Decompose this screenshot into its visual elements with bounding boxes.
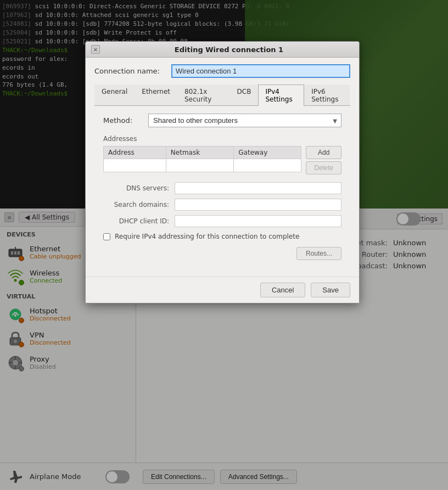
add-address-button[interactable]: Add [306,146,341,159]
col-netmask: Netmask [166,147,234,159]
require-ipv4-label[interactable]: Require IPv4 addressing for this connect… [115,233,299,240]
dhcp-client-id-row: DHCP client ID: [103,215,341,227]
method-label: Method: [103,116,142,125]
method-row: Method: Automatic (DHCP) Automatic (DHCP… [103,114,341,127]
search-domains-label: Search domains: [103,201,169,209]
col-gateway: Gateway [234,147,301,159]
connection-name-label: Connection name: [94,67,166,75]
method-select-wrapper: Automatic (DHCP) Automatic (DHCP) addres… [148,114,341,127]
addresses-area: Address Netmask Gateway [103,146,341,177]
address-row-1[interactable] [104,159,301,172]
addresses-table: Address Netmask Gateway [103,146,301,172]
addresses-table-wrapper: Address Netmask Gateway [103,146,301,177]
search-domains-input[interactable] [175,199,341,211]
search-domains-row: Search domains: [103,199,341,211]
dialog-footer: Cancel Save [86,277,359,303]
netmask-cell[interactable] [166,159,234,172]
dhcp-client-id-input[interactable] [175,215,341,227]
col-address: Address [104,147,166,159]
dns-servers-row: DNS servers: [103,182,341,194]
dns-servers-label: DNS servers: [103,184,169,192]
connection-name-input[interactable] [171,64,350,78]
tab-ethernet[interactable]: Ethernet [135,85,177,106]
tab-dcb[interactable]: DCB [230,85,259,106]
delete-address-button[interactable]: Delete [306,161,341,174]
dialog-titlebar: × Editing Wired connection 1 [86,42,359,58]
routes-button[interactable]: Routes... [296,247,341,260]
dialog-body: Connection name: General Ethernet 802.1x… [86,58,359,277]
dhcp-client-id-label: DHCP client ID: [103,217,169,225]
save-button[interactable]: Save [311,283,350,297]
connection-name-row: Connection name: [94,64,350,78]
require-ipv4-checkbox[interactable] [103,233,110,240]
tabs-row: General Ethernet 802.1x Security DCB IPv… [94,85,350,106]
require-ipv4-row: Require IPv4 addressing for this connect… [103,233,341,240]
tab-802-1x[interactable]: 802.1x Security [177,85,230,106]
ipv4-tab-content: Method: Automatic (DHCP) Automatic (DHCP… [94,106,350,270]
dialog-title: Editing Wired connection 1 [104,46,354,54]
tab-ipv4[interactable]: IPv4 Settings [258,85,304,106]
dns-servers-input[interactable] [175,182,341,194]
tab-general[interactable]: General [94,85,135,106]
tab-ipv6[interactable]: IPv6 Settings [304,85,350,106]
addresses-label: Addresses [103,135,341,143]
cancel-button[interactable]: Cancel [260,283,305,297]
address-buttons: Add Delete [306,146,341,177]
address-cell[interactable] [104,159,166,172]
editing-connection-dialog: × Editing Wired connection 1 Connection … [85,41,360,303]
dialog-close-button[interactable]: × [91,45,100,54]
method-select[interactable]: Automatic (DHCP) Automatic (DHCP) addres… [148,114,341,127]
gateway-cell[interactable] [234,159,301,172]
